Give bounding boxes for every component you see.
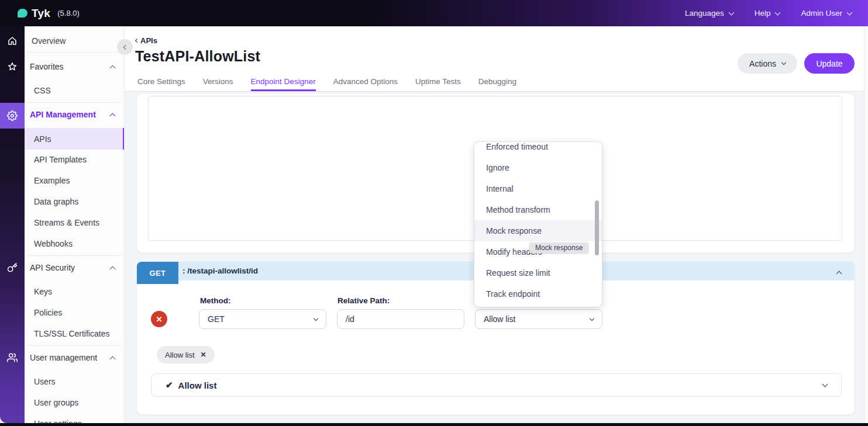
sidebar-item-label: TLS/SSL Certificates xyxy=(25,329,109,338)
api-management-gear-icon[interactable] xyxy=(7,110,18,121)
sidebar-item-tls-ssl-certificates[interactable]: TLS/SSL Certificates xyxy=(25,323,125,344)
divider xyxy=(27,345,121,346)
sidebar-item-user-groups[interactable]: User groups xyxy=(25,392,125,413)
delete-endpoint-button[interactable]: ✕ xyxy=(151,311,167,327)
sidebar-section-label: API Security xyxy=(25,263,75,272)
remove-chip-icon[interactable]: ✕ xyxy=(201,351,206,359)
window-bottom-edge xyxy=(0,423,868,426)
sidebar-item-label: Examples xyxy=(25,176,70,185)
dropdown-item-track-endpoint[interactable]: Track endpoint xyxy=(474,283,602,304)
help-menu[interactable]: Help xyxy=(755,9,780,18)
chevron-up-icon[interactable] xyxy=(836,271,842,277)
chevron-up-icon xyxy=(110,113,116,119)
tab-advanced-options[interactable]: Advanced Options xyxy=(333,77,398,91)
sidebar-item-label: User settings xyxy=(25,419,82,423)
users-icon[interactable] xyxy=(7,352,18,363)
chevron-down-icon xyxy=(590,316,594,320)
languages-menu[interactable]: Languages xyxy=(685,9,733,18)
method-select[interactable]: GET xyxy=(199,309,326,329)
close-icon: ✕ xyxy=(156,315,163,324)
tab-versions[interactable]: Versions xyxy=(203,77,233,91)
sidebar-section-label: API Management xyxy=(25,110,96,119)
sidebar-section-user-management[interactable]: User management xyxy=(25,347,125,368)
breadcrumb[interactable]: APIs xyxy=(136,36,157,45)
page-scrollbar-track[interactable] xyxy=(864,26,868,423)
dropdown-scrollbar[interactable] xyxy=(595,200,599,255)
plugin-dropdown-list: Enforced timeout Ignore Internal Method … xyxy=(474,142,602,304)
sidebar-item-apis[interactable]: APIs xyxy=(25,128,125,150)
sidebar-section-label: User management xyxy=(25,353,97,362)
sidebar-item-data-graphs[interactable]: Data graphs xyxy=(25,191,125,212)
home-icon[interactable] xyxy=(7,36,18,46)
plugin-select-value: Allow list xyxy=(484,314,515,324)
key-icon[interactable] xyxy=(7,262,18,273)
method-select-value: GET xyxy=(208,314,225,324)
tab-bar: Core Settings Versions Endpoint Designer… xyxy=(137,77,516,91)
tab-endpoint-designer[interactable]: Endpoint Designer xyxy=(251,77,316,91)
admin-user-label: Admin User xyxy=(801,9,842,18)
tyk-logo[interactable]: Tyk (5.8.0) xyxy=(18,7,80,20)
chevron-down-icon xyxy=(728,9,734,15)
sidebar-section-api-security[interactable]: API Security xyxy=(25,257,125,278)
plugin-dropdown-popup: Enforced timeout Ignore Internal Method … xyxy=(474,142,602,307)
sidebar-item-label: Data graphs xyxy=(25,197,78,206)
sidebar-item-user-settings[interactable]: User settings xyxy=(25,413,125,423)
tab-debugging[interactable]: Debugging xyxy=(478,77,516,91)
sidebar-item-streams-events[interactable]: Streams & Events xyxy=(25,212,125,233)
dropdown-item-enforced-timeout[interactable]: Enforced timeout xyxy=(474,142,602,157)
endpoint-path: : /testapi-allowlist/id xyxy=(182,262,258,280)
chevron-down-icon xyxy=(314,316,318,320)
divider xyxy=(27,52,121,53)
tab-uptime-tests[interactable]: Uptime Tests xyxy=(415,77,461,91)
chevron-down-icon xyxy=(775,9,781,15)
method-label: Method: xyxy=(200,296,230,305)
sidebar-item-label: Users xyxy=(25,377,56,386)
sidebar-item-examples[interactable]: Examples xyxy=(25,170,125,191)
dropdown-item-ignore[interactable]: Ignore xyxy=(474,157,602,178)
sidebar-item-overview[interactable]: Overview xyxy=(25,30,125,51)
sidebar-item-webhooks[interactable]: Webhooks xyxy=(25,233,125,254)
actions-label: Actions xyxy=(749,59,776,68)
tab-core-settings[interactable]: Core Settings xyxy=(137,77,185,91)
page-title: TestAPI-AllowList xyxy=(135,48,260,65)
plugin-select[interactable]: Allow list xyxy=(475,309,602,329)
allow-list-chip[interactable]: Allow list ✕ xyxy=(157,346,215,363)
sidebar-collapse-button[interactable] xyxy=(117,39,133,55)
method-badge: GET xyxy=(137,262,178,284)
dropdown-item-internal[interactable]: Internal xyxy=(474,178,602,199)
chevron-up-icon xyxy=(110,65,116,71)
sidebar-item-keys[interactable]: Keys xyxy=(25,281,125,302)
sidebar-section-api-management[interactable]: API Management xyxy=(25,104,125,125)
update-button[interactable]: Update xyxy=(804,53,855,74)
sidebar-item-users[interactable]: Users xyxy=(25,371,125,392)
chevron-up-icon xyxy=(110,356,116,362)
sidebar-item-label: Keys xyxy=(25,287,52,296)
allow-list-section[interactable]: ✔ Allow list xyxy=(151,373,842,397)
tyk-leaf-icon xyxy=(18,9,27,18)
dropdown-item-mock-response[interactable]: Mock response xyxy=(474,220,602,241)
star-icon[interactable] xyxy=(7,61,18,72)
divider xyxy=(27,255,121,256)
breadcrumb-label: APIs xyxy=(140,36,157,45)
sidebar-section-favorites[interactable]: Favorites xyxy=(25,56,125,77)
divider xyxy=(27,102,121,103)
dropdown-item-request-size-limit[interactable]: Request size limit xyxy=(474,262,602,283)
sidebar-item-label: Policies xyxy=(25,308,62,317)
sidebar-item-label: CSS xyxy=(25,86,51,95)
relative-path-value: /id xyxy=(346,314,354,324)
dropdown-item-method-transform[interactable]: Method transform xyxy=(474,199,602,220)
chevron-down-icon xyxy=(822,382,828,387)
relative-path-input[interactable]: /id xyxy=(337,309,464,329)
allow-list-section-title: Allow list xyxy=(178,380,217,390)
actions-button[interactable]: Actions xyxy=(738,53,797,74)
app-window: Tyk (5.8.0) Languages Help Admin User xyxy=(0,0,868,426)
sidebar-item-css[interactable]: CSS xyxy=(25,80,125,101)
languages-label: Languages xyxy=(685,9,724,18)
sidebar-item-policies[interactable]: Policies xyxy=(25,302,125,323)
chevron-left-icon xyxy=(135,39,139,43)
sidebar-item-api-templates[interactable]: API Templates xyxy=(25,149,125,170)
admin-user-menu[interactable]: Admin User xyxy=(801,9,852,18)
version-label: (5.8.0) xyxy=(57,9,80,18)
brand-name: Tyk xyxy=(32,7,50,20)
check-icon: ✔ xyxy=(166,380,173,390)
